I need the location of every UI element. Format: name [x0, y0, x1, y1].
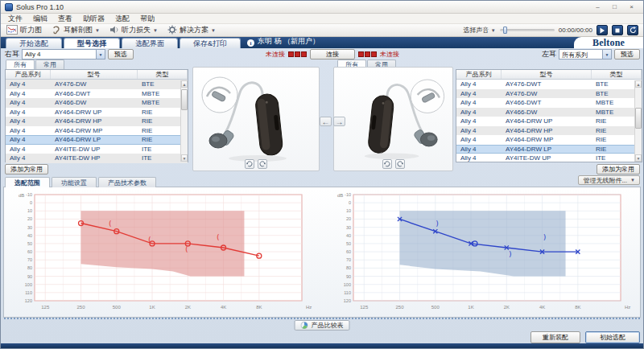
- table-row[interactable]: Ally 4AY464-DRW MPRIE: [6, 126, 188, 136]
- svg-text:30: 30: [346, 225, 351, 230]
- patient-name[interactable]: 东明 杨 （新用户）: [258, 36, 320, 47]
- volume-slider-handle[interactable]: [503, 27, 507, 34]
- left-ear-model-table: 产品系列型号类型Ally 4AY476-DWTBTEAlly 4AY476-DW…: [456, 69, 642, 162]
- scroll-up-icon[interactable]: ▲: [181, 80, 188, 88]
- volume-slider[interactable]: [500, 29, 555, 31]
- table-cell: AY4ITE-DW UP: [51, 145, 138, 154]
- svg-text:90: 90: [27, 274, 32, 279]
- svg-text:Hz: Hz: [625, 305, 630, 310]
- rotate-left-icon[interactable]: [245, 159, 254, 169]
- add-favorite-button-right-ear[interactable]: 添加为常用: [5, 164, 48, 174]
- table-cell: AY464-DRW HP: [51, 117, 138, 126]
- table-cell: AY476-DW: [51, 80, 138, 89]
- left-ear-preselect-button[interactable]: 预选: [614, 49, 640, 60]
- scroll-thumb[interactable]: [635, 108, 642, 129]
- refit-button[interactable]: 重新装配: [530, 331, 580, 343]
- table-row[interactable]: Ally 4AY464-DRW MPRIE: [456, 135, 642, 145]
- toolbar-button-2[interactable]: 听力损失▼: [106, 24, 163, 37]
- table-row[interactable]: Ally 4AY476-DWBTE: [6, 80, 188, 89]
- table-row[interactable]: Ally 4AY464-DRW LPRIE: [456, 145, 642, 154]
- scroll-thumb[interactable]: [181, 89, 188, 110]
- playback-time: 00:00/00:00: [559, 27, 592, 34]
- svg-text:80: 80: [27, 265, 32, 270]
- table-row[interactable]: Ally 4AY464-DRW LPRIE: [6, 135, 188, 145]
- bottom-tab-0[interactable]: 选配范围: [5, 177, 50, 187]
- tab-2[interactable]: 选配界面: [122, 38, 178, 48]
- table-row[interactable]: Ally 4AY464-DRW UPRIE: [6, 108, 188, 117]
- tab-1[interactable]: 型号选择: [64, 38, 120, 48]
- initial-fitting-button[interactable]: 初始选配: [585, 331, 640, 343]
- table-cell: AY464-DRW MP: [502, 135, 592, 145]
- loop-button[interactable]: [627, 25, 638, 35]
- toolbar-button-0[interactable]: 听力图: [3, 24, 47, 37]
- stop-button[interactable]: [612, 25, 623, 35]
- bottom-tab-2[interactable]: 产品技术参数: [98, 177, 156, 187]
- table-row[interactable]: Ally 4AY476-DWTBTE: [456, 80, 642, 89]
- svg-text:250: 250: [396, 305, 405, 310]
- menu-item-1[interactable]: 编辑: [28, 14, 52, 24]
- rotate-right-icon[interactable]: [258, 159, 267, 169]
- play-button[interactable]: [597, 25, 608, 35]
- table-row[interactable]: Ally 4AY466-DWTMBTE: [6, 89, 188, 99]
- menu-item-3[interactable]: 助听器: [78, 14, 109, 24]
- right-ear-filter-tab-0[interactable]: 所有: [6, 60, 35, 69]
- table-row[interactable]: Ally 4AY466-DWTMBTE: [456, 98, 642, 108]
- svg-text:(: (: [108, 220, 112, 228]
- table-row[interactable]: Ally 4AY4ITE-DW HPITE: [6, 154, 188, 163]
- svg-text:50: 50: [346, 241, 351, 246]
- table-row[interactable]: Ally 4AY464-DRW HPRIE: [6, 117, 188, 126]
- info-icon[interactable]: i: [247, 39, 254, 47]
- transfer-left-button[interactable]: ←: [320, 117, 332, 126]
- table-row[interactable]: Ally 4AY466-DWMBTE: [6, 98, 188, 108]
- connection-bar: 未连接 连接 未连接: [266, 49, 399, 60]
- right-ear-filter-tab-1[interactable]: 常用: [35, 60, 64, 69]
- scroll-down-icon[interactable]: ▼: [635, 154, 642, 162]
- svg-text:110: 110: [344, 290, 351, 295]
- svg-text:): ): [543, 233, 547, 241]
- svg-text:8K: 8K: [256, 305, 262, 310]
- rotate-right-icon[interactable]: [395, 159, 405, 169]
- table-row[interactable]: Ally 4AY4ITE-DW UPITE: [6, 145, 188, 154]
- maximize-button[interactable]: □: [607, 2, 622, 12]
- bottom-tab-1[interactable]: 功能设置: [52, 177, 97, 187]
- right-ear-label: 右耳: [5, 49, 19, 60]
- table-row[interactable]: Ally 4AY476-DWBTE: [456, 89, 642, 99]
- svg-text:20: 20: [27, 216, 32, 221]
- add-favorite-button-left-ear[interactable]: 添加为常用: [597, 164, 640, 174]
- rotate-left-icon[interactable]: [382, 159, 392, 169]
- left-ear-series-select[interactable]: 所有系列 ▼: [559, 49, 612, 60]
- sound-select[interactable]: 选择声音 ▼: [464, 26, 496, 35]
- table-scrollbar[interactable]: ▲▼: [634, 80, 642, 162]
- tab-3[interactable]: 保存&打印: [180, 38, 241, 48]
- toolbar-button-3[interactable]: 解决方案▼: [164, 24, 221, 37]
- table-row[interactable]: Ally 4AY464-DRW UPRIE: [456, 117, 642, 126]
- menu-item-0[interactable]: 文件: [3, 14, 27, 24]
- connect-button[interactable]: 连接: [310, 49, 355, 60]
- svg-text:8K: 8K: [575, 305, 580, 310]
- close-button[interactable]: ×: [624, 2, 639, 12]
- svg-text:20: 20: [346, 216, 351, 221]
- transfer-right-button[interactable]: →: [333, 117, 345, 126]
- svg-text:4K: 4K: [221, 305, 226, 310]
- scroll-down-icon[interactable]: ▼: [181, 154, 188, 162]
- table-row[interactable]: Ally 4AY4ITE-DW UPITE: [456, 154, 642, 163]
- manage-accessories-button[interactable]: 管理无线附件...▼: [578, 175, 640, 185]
- ear-icon: [52, 25, 61, 36]
- scroll-up-icon[interactable]: ▲: [635, 80, 642, 88]
- right-ear-series-select[interactable]: Ally 4 ▼: [22, 49, 105, 60]
- svg-text:125: 125: [360, 305, 369, 310]
- right-ear-preselect-button[interactable]: 预选: [108, 49, 134, 60]
- chevron-down-icon: ▼: [153, 28, 158, 33]
- toolbar-button-1[interactable]: 耳解剖图▼: [48, 24, 105, 37]
- svg-text:10: 10: [27, 208, 32, 213]
- minimize-button[interactable]: –: [590, 2, 605, 12]
- menu-item-5[interactable]: 帮助: [135, 14, 159, 24]
- table-row[interactable]: Ally 4AY464-DRW HPRIE: [456, 126, 642, 136]
- product-compare-button[interactable]: 产品比较表: [295, 320, 350, 331]
- table-scrollbar[interactable]: ▲▼: [180, 80, 188, 162]
- menu-item-2[interactable]: 查看: [53, 14, 77, 24]
- tab-0[interactable]: 开始选配: [6, 38, 62, 48]
- svg-text:250: 250: [77, 305, 86, 310]
- table-row[interactable]: Ally 4AY466-DWMBTE: [456, 108, 642, 117]
- menu-item-4[interactable]: 选配: [110, 14, 134, 24]
